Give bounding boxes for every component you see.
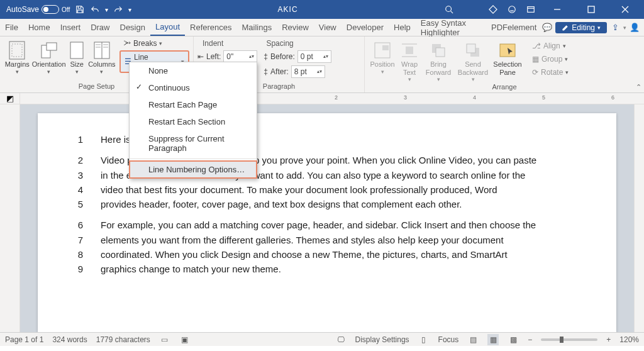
tab-insert[interactable]: Insert	[55, 19, 86, 36]
size-icon	[67, 40, 87, 60]
vertical-scrollbar[interactable]	[634, 104, 644, 332]
tab-developer[interactable]: Developer	[341, 19, 389, 36]
comments-icon[interactable]: 💬	[541, 22, 553, 33]
spinner-icon[interactable]: ▴▾	[323, 55, 328, 58]
line-number: 2	[75, 153, 83, 167]
account-icon[interactable]: 👤	[629, 22, 640, 33]
svg-rect-5	[12, 44, 22, 57]
menu-item-line-numbering-options[interactable]: Line Numbering Options…	[130, 161, 257, 178]
autosave-switch[interactable]	[42, 5, 59, 14]
tab-draw[interactable]: Draw	[86, 19, 114, 36]
spacing-after-field[interactable]: 8 pt▴▾	[291, 65, 325, 78]
document-page[interactable]: 1Here is our text placeholder: 2Video pr…	[38, 113, 616, 332]
title-bar: AutoSave Off ▾ ▾ AKIC	[0, 0, 644, 19]
columns-button[interactable]: Columns▾	[88, 38, 116, 75]
margins-button[interactable]: Margins▾	[4, 38, 31, 75]
close-button[interactable]	[613, 0, 638, 19]
view-web-icon[interactable]: ▩	[508, 334, 519, 345]
redo-icon[interactable]	[113, 4, 123, 14]
menu-item-continuous[interactable]: Continuous	[130, 79, 257, 96]
spinner-icon[interactable]: ▴▾	[317, 70, 322, 74]
tab-file[interactable]: File	[0, 19, 23, 36]
spacing-before-row[interactable]: ‡ Before: 0 pt▴▾	[264, 50, 331, 63]
spacing-after-row[interactable]: ‡ After: 8 pt▴▾	[264, 65, 331, 78]
line-text: provides header, footer, cover page, and…	[101, 197, 462, 211]
zoom-slider[interactable]	[541, 338, 597, 341]
maximize-button[interactable]	[579, 0, 604, 19]
spinner-icon[interactable]: ▴▾	[249, 55, 254, 58]
menu-item-none[interactable]: None	[130, 62, 257, 79]
spelling-icon[interactable]: ▭	[159, 334, 170, 345]
menu-item-suppress[interactable]: Suppress for Current Paragraph	[130, 130, 257, 157]
editing-mode-button[interactable]: Editing ▾	[555, 22, 607, 33]
status-display-settings[interactable]: Display Settings	[355, 335, 409, 344]
autosave-state: Off	[62, 6, 70, 13]
svg-rect-8	[70, 42, 83, 58]
svg-rect-21	[436, 48, 445, 57]
tab-design[interactable]: Design	[115, 19, 150, 36]
focus-icon[interactable]: ▯	[418, 334, 430, 345]
menu-separator	[130, 159, 257, 159]
tab-layout[interactable]: Layout	[150, 19, 185, 36]
align-icon: ⎇	[532, 42, 541, 50]
tab-home[interactable]: Home	[23, 19, 55, 36]
indent-left-row[interactable]: ⇤ Left: 0"▴▾	[197, 50, 257, 63]
ribbon-display-icon[interactable]	[526, 4, 536, 14]
undo-chevron-icon[interactable]: ▾	[105, 6, 108, 13]
orientation-button[interactable]: Orientation▾	[32, 38, 66, 75]
document-area: 1Here is our text placeholder: 2Video pr…	[0, 104, 644, 332]
tab-pdfelement[interactable]: PDFelement	[486, 19, 541, 36]
svg-rect-16	[382, 45, 389, 50]
share-chevron-icon[interactable]: ▾	[623, 25, 626, 31]
zoom-out-button[interactable]: −	[528, 335, 532, 344]
autosave-toggle[interactable]: AutoSave Off	[6, 5, 70, 14]
spacing-before-field[interactable]: 0 pt▴▾	[297, 50, 331, 63]
margins-icon	[4, 40, 31, 60]
display-settings-icon[interactable]: 🖵	[335, 334, 347, 345]
diamond-icon[interactable]	[488, 4, 498, 14]
share-icon[interactable]: ⇪	[609, 22, 621, 33]
position-button: Position▾	[369, 38, 396, 75]
columns-icon	[88, 40, 116, 60]
tab-references[interactable]: References	[185, 19, 236, 36]
status-page[interactable]: Page 1 of 1	[5, 335, 43, 344]
tab-review[interactable]: Review	[277, 19, 314, 36]
orientation-icon	[32, 40, 66, 60]
tab-easy-syntax[interactable]: Easy Syntax Highlighter	[416, 19, 486, 36]
svg-rect-24	[500, 44, 515, 57]
tab-mailings[interactable]: Mailings	[237, 19, 277, 36]
tab-view[interactable]: View	[314, 19, 341, 36]
ruler-horizontal[interactable]: ◩ 2 3 4 5 6	[0, 93, 644, 104]
view-print-icon[interactable]: ▦	[487, 334, 499, 345]
zoom-in-button[interactable]: +	[606, 335, 611, 344]
minimize-button[interactable]	[545, 0, 570, 19]
view-read-icon[interactable]: ▤	[467, 334, 479, 345]
status-zoom[interactable]: 120%	[619, 335, 639, 344]
indent-left-field[interactable]: 0"▴▾	[223, 50, 257, 63]
collapse-ribbon-icon[interactable]: ⌃	[636, 83, 641, 91]
status-chars[interactable]: 1779 characters	[96, 335, 150, 344]
status-focus[interactable]: Focus	[438, 335, 459, 344]
svg-rect-23	[467, 44, 475, 53]
document-title: AKIC	[131, 5, 444, 14]
line-number: 6	[75, 218, 83, 232]
breaks-button[interactable]: ⭃ Breaks ▾	[119, 38, 189, 49]
menu-item-restart-section[interactable]: Restart Each Section	[130, 113, 257, 130]
size-button[interactable]: Size▾	[67, 38, 87, 75]
face-icon[interactable]	[507, 4, 517, 14]
menu-item-restart-page[interactable]: Restart Each Page	[130, 96, 257, 113]
ribbon-tabs: File Home Insert Draw Design Layout Refe…	[0, 19, 644, 36]
svg-rect-2	[528, 7, 535, 13]
selection-pane-button[interactable]: Selection Pane	[492, 38, 523, 76]
status-words[interactable]: 324 words	[52, 335, 87, 344]
breaks-icon: ⭃	[123, 39, 131, 48]
save-icon[interactable]	[75, 4, 85, 14]
line-number: 8	[75, 247, 83, 262]
macro-icon[interactable]: ▣	[179, 334, 191, 345]
tab-help[interactable]: Help	[389, 19, 416, 36]
line-text: For example, you can add a matching cove…	[101, 218, 536, 232]
search-icon[interactable]	[444, 4, 454, 14]
position-icon	[369, 40, 396, 60]
ruler-vertical[interactable]	[0, 104, 20, 332]
undo-icon[interactable]	[90, 4, 100, 14]
